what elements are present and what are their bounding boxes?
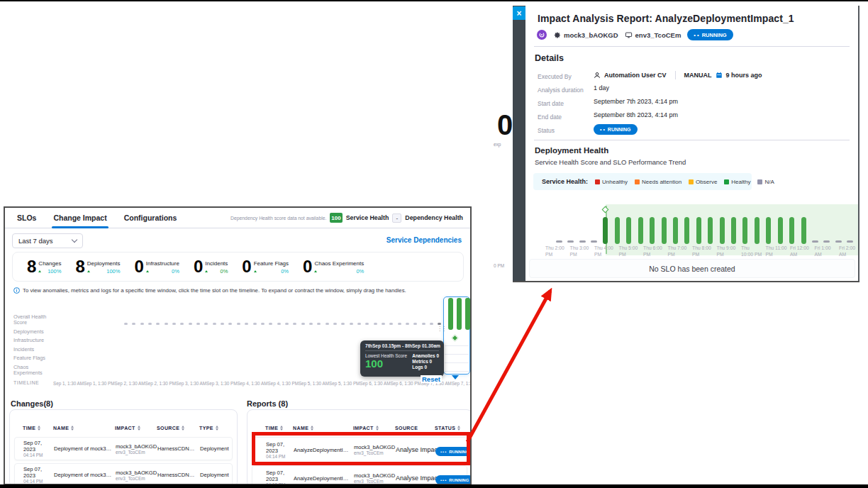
axis-label: Sep 7, 1:30 PM — [452, 381, 472, 386]
sort-icon[interactable] — [457, 426, 460, 431]
sort-icon[interactable] — [182, 426, 184, 431]
row-time: 04:14 PM — [23, 453, 54, 458]
column-header[interactable]: IMPACT — [353, 426, 395, 431]
reports-row[interactable]: Sep 07, 202304:10 PM AnalyzeDeploymentIm… — [252, 465, 467, 485]
timeline-info: To view anomalies, metrics and logs for … — [13, 287, 460, 294]
changes-table-body: Sep 07, 202304:14 PM Deployment of mock3… — [10, 437, 237, 485]
stat-percent: 100% — [48, 268, 61, 274]
close-icon[interactable]: × — [513, 6, 525, 20]
divider — [445, 371, 469, 372]
bottom-border — [0, 484, 868, 488]
legend-swatch — [595, 179, 600, 184]
time-range-dropdown[interactable]: Last 7 days — [12, 233, 83, 248]
divider — [534, 46, 850, 47]
na-dash — [365, 323, 369, 325]
column-header[interactable]: TIME — [265, 426, 293, 431]
column-header[interactable]: TYPE — [199, 426, 237, 431]
na-dash — [261, 323, 265, 325]
health-score-bar-chart — [553, 216, 856, 244]
window-handle-right[interactable]: ⋮⋮ — [471, 327, 472, 331]
stat-label: Changes — [38, 260, 61, 267]
user-icon — [594, 72, 601, 79]
row-impact-env: env3_TcoCEm — [116, 476, 157, 481]
sort-icon[interactable] — [376, 426, 379, 431]
na-dash — [237, 323, 240, 325]
axis-label: Sep 1, 1:30 AM — [53, 381, 84, 386]
fragment-exp: exp — [494, 142, 501, 147]
reset-link[interactable]: Reset — [421, 375, 442, 383]
row-source: Analyse Impact — [396, 446, 435, 453]
timeline-row-label: Feature Flags — [13, 355, 52, 361]
changes-row[interactable]: Sep 07, 202304:14 PM Deployment of mock3… — [14, 437, 233, 460]
axis-label: Sep 2, 1:30 PM — [145, 381, 176, 386]
stat-percent: 0% — [356, 268, 364, 274]
changes-row[interactable]: Sep 07, 202304:14 PM Deployment of mock3… — [14, 463, 233, 485]
service-dependencies-link[interactable]: Service Dependencies — [386, 236, 462, 244]
column-header[interactable]: NAME — [53, 426, 115, 431]
healthy-bar — [720, 217, 725, 244]
timeline-row-label: Overall Health Score — [13, 314, 52, 326]
trigger-type: MANUAL — [684, 72, 712, 79]
row-date: Sep 07, 2023 — [23, 466, 54, 479]
trend-up-icon — [314, 270, 317, 272]
sort-icon[interactable] — [71, 426, 74, 431]
row-source: HarnessCDNext... — [157, 445, 200, 452]
timeline-row-label: Incidents — [13, 347, 52, 353]
sort-icon[interactable] — [216, 426, 218, 431]
reports-table-body: Sep 07, 202304:14 PM AnalyzeDeploymentIm… — [247, 437, 472, 485]
health-score-na-row[interactable] — [124, 323, 442, 325]
fragment-zero: 0 — [497, 109, 513, 141]
axis-label: Sep 5, 1:30 AM — [299, 381, 329, 386]
tab[interactable]: SLOs — [17, 208, 36, 228]
na-dash — [847, 240, 853, 243]
timeline-axis-labels: Sep 1, 1:30 AMSep 1, 1:30 PMSep 2, 1:30 … — [53, 381, 467, 386]
sort-icon[interactable] — [280, 426, 283, 431]
status-badge: •••RUNNING — [435, 475, 472, 484]
stat-item: 8 Deployments 100% — [75, 259, 120, 274]
sort-icon[interactable] — [138, 426, 140, 431]
column-header[interactable]: TIME — [23, 426, 53, 431]
column-header[interactable]: SOURCE — [395, 426, 435, 431]
fragment-pm: 0 PM — [494, 263, 504, 268]
trend-up-icon — [205, 270, 208, 272]
na-dash — [326, 323, 329, 325]
na-dash — [156, 323, 160, 325]
axis-label: Sep 3, 1:30 PM — [206, 381, 237, 386]
calendar-icon — [716, 72, 723, 79]
column-header[interactable]: STATUS — [435, 426, 472, 431]
x-tick-label: Thu 8:00 PM — [692, 245, 716, 257]
legend-swatch — [724, 179, 729, 184]
axis-label: Sep 3, 1:30 AM — [176, 381, 206, 386]
end-date-value: September 8th 2023, 4:14 pm — [594, 111, 678, 118]
tab[interactable]: Configurations — [124, 208, 177, 228]
x-tick-label: Fri 1:00 AM — [815, 245, 839, 257]
sort-icon[interactable] — [38, 426, 40, 431]
na-dash — [301, 323, 305, 325]
executed-by-value: Automation User CV MANUAL 9 hours ago — [594, 71, 762, 79]
timeline-row-labels: Overall Health Score Deployments Infrast… — [13, 314, 52, 379]
x-tick-label: Thu 3:00 PM — [570, 245, 594, 257]
legend-item: Healthy — [724, 179, 750, 185]
tab[interactable]: Change Impact — [53, 208, 106, 228]
healthy-bar — [766, 217, 771, 244]
healthy-bar — [708, 217, 713, 244]
column-header[interactable]: IMPACT — [115, 426, 157, 431]
na-dash — [269, 323, 272, 325]
na-dash — [398, 323, 401, 325]
drawer-bottom-edge — [513, 281, 859, 283]
reports-row[interactable]: Sep 07, 202304:14 PM AnalyzeDeploymentIm… — [252, 437, 467, 462]
column-header[interactable]: NAME — [293, 426, 353, 431]
axis-label: Sep 4, 1:30 AM — [237, 381, 267, 386]
healthy-bar — [603, 217, 608, 244]
stat-item: 0 Incidents 0% — [194, 259, 228, 274]
axis-label: Sep 4, 1:30 PM — [267, 381, 298, 386]
trend-up-icon — [146, 270, 149, 272]
row-name: AnalyzeDeploymentIm... — [294, 475, 354, 482]
x-tick-label: Thu 9:00 PM — [717, 245, 741, 257]
divider — [445, 354, 469, 355]
window-handle-left[interactable]: ⋮⋮ — [437, 327, 445, 331]
column-header[interactable]: SOURCE — [157, 426, 199, 431]
sort-icon[interactable] — [311, 426, 313, 431]
na-dash — [812, 240, 818, 243]
row-impact-env: env3_TcoCEm — [354, 479, 396, 484]
